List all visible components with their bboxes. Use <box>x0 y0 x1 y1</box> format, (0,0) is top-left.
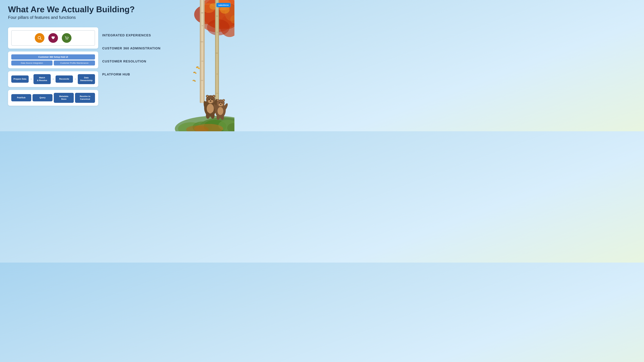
labels-wrapper: INTEGRATED EXPERIENCES CUSTOMER 360 ADMI… <box>102 29 160 76</box>
svg-point-48 <box>210 100 212 101</box>
svg-point-52 <box>206 112 210 119</box>
heart-icon-circle <box>48 33 58 43</box>
svg-point-61 <box>219 103 220 103</box>
platform-row: Pub/Sub Query MetadataStore Resolve toCa… <box>11 93 95 103</box>
svg-point-28 <box>216 74 218 74</box>
salesforce-logo: salesforce <box>216 3 230 7</box>
main-title: What Are We Actually Building? <box>8 5 135 14</box>
svg-point-27 <box>216 53 218 53</box>
svg-point-29 <box>216 93 218 94</box>
admin-sub-bar-right: Customer Profile Maintenance <box>54 60 95 65</box>
nature-decoration <box>167 0 234 131</box>
svg-point-53 <box>211 112 214 119</box>
arrow-3: → <box>74 77 77 81</box>
res-prepare-data: Prepare Data <box>11 75 29 83</box>
res-match-resolve: Match& Resolve <box>34 74 51 84</box>
title-area: What Are We Actually Building? Four pill… <box>8 5 135 20</box>
svg-point-47 <box>212 99 212 100</box>
svg-point-68 <box>221 114 224 120</box>
pillar-row-admin: Customer 360 Setup Hub UI Data Source In… <box>8 51 98 68</box>
svg-line-1 <box>40 39 42 40</box>
svg-rect-18 <box>200 0 205 103</box>
svg-point-62 <box>222 103 222 103</box>
search-icon-circle <box>35 33 44 43</box>
svg-point-57 <box>217 100 219 101</box>
admin-top-bar: Customer 360 Setup Hub UI <box>11 54 95 59</box>
subtitle: Four pillars of features and functions <box>8 15 135 20</box>
res-data-stewardship: DataStewardship <box>78 74 95 84</box>
svg-point-21 <box>200 41 203 42</box>
pillar-row-resolution: Prepare Data → Match& Resolve → Reconcil… <box>8 71 98 87</box>
admin-block: Customer 360 Setup Hub UI Data Source In… <box>11 54 95 65</box>
pillar-row-integrated <box>8 27 98 48</box>
svg-point-3 <box>67 39 68 39</box>
admin-sub-bar-left: Data Source Integration <box>11 60 52 65</box>
svg-point-25 <box>216 16 218 16</box>
svg-point-23 <box>201 80 203 81</box>
icons-wrapper <box>11 30 95 46</box>
arrow-2: → <box>52 77 54 81</box>
svg-point-44 <box>213 96 214 97</box>
pillar-row-platform: Pub/Sub Query MetadataStore Resolve toCa… <box>8 90 98 106</box>
plat-query: Query <box>32 94 52 101</box>
label-resolution: CUSTOMER RESOLUTION <box>102 59 160 63</box>
svg-point-59 <box>223 100 224 101</box>
arrow-1: → <box>30 77 32 81</box>
svg-point-63 <box>220 104 222 105</box>
svg-point-66 <box>218 107 223 115</box>
svg-point-2 <box>66 39 66 39</box>
svg-point-20 <box>202 25 204 26</box>
pillars-container: Customer 360 Setup Hub UI Data Source In… <box>8 27 98 109</box>
resolution-row: Prepare Data → Match& Resolve → Reconcil… <box>11 74 95 84</box>
svg-point-26 <box>216 32 218 32</box>
svg-point-22 <box>201 61 204 62</box>
plat-resolve: Resolve toCanonical <box>75 93 95 103</box>
plat-metadata: MetadataStore <box>54 93 74 103</box>
res-reconcile: Reconcile <box>56 75 73 83</box>
svg-point-42 <box>206 96 208 97</box>
svg-rect-24 <box>215 0 219 111</box>
plat-pubsub: Pub/Sub <box>11 94 31 101</box>
label-integrated: INTEGRATED EXPERIENCES <box>102 33 160 37</box>
admin-bottom-row: Data Source Integration Customer Profile… <box>11 60 95 65</box>
label-admin: CUSTOMER 360 ADMINISTRATION <box>102 46 160 50</box>
svg-point-46 <box>209 99 210 100</box>
svg-point-67 <box>216 114 220 120</box>
svg-point-51 <box>207 104 214 113</box>
label-platform: PLATFORM HUB <box>102 72 160 76</box>
svg-point-19 <box>201 12 204 13</box>
cart-icon-circle <box>62 33 72 43</box>
